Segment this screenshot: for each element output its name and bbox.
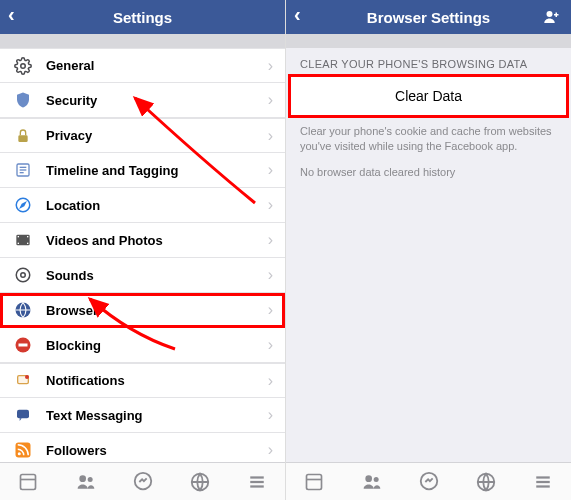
chevron-right-icon: › xyxy=(268,91,273,109)
row-label: Browser xyxy=(46,303,98,318)
row-notifications[interactable]: Notifications › xyxy=(0,363,285,398)
svg-point-38 xyxy=(374,477,379,482)
svg-rect-1 xyxy=(18,135,27,142)
browser-settings-pane: ‹ Browser Settings CLEAR YOUR PHONE'S BR… xyxy=(285,0,571,500)
svg-marker-7 xyxy=(21,203,26,208)
list-icon xyxy=(12,159,34,181)
shield-icon xyxy=(12,89,34,111)
row-label: Sounds xyxy=(46,268,94,283)
chevron-right-icon: › xyxy=(268,231,273,249)
chevron-right-icon: › xyxy=(268,336,273,354)
row-browser[interactable]: Browser › xyxy=(0,293,285,328)
header-title: Settings xyxy=(113,9,172,26)
svg-point-37 xyxy=(365,475,372,482)
gear-icon xyxy=(12,264,34,286)
film-icon xyxy=(12,229,34,251)
chevron-right-icon: › xyxy=(268,266,273,284)
chat-icon xyxy=(12,404,34,426)
subheader-bar xyxy=(286,34,571,48)
clear-data-description: Clear your phone's cookie and cache from… xyxy=(286,116,571,163)
clear-data-label: Clear Data xyxy=(395,88,462,104)
svg-rect-10 xyxy=(18,243,19,244)
row-videos[interactable]: Videos and Photos › xyxy=(0,223,285,258)
svg-point-0 xyxy=(21,63,26,68)
row-label: Privacy xyxy=(46,128,92,143)
back-icon[interactable]: ‹ xyxy=(294,4,301,24)
svg-rect-23 xyxy=(21,474,36,489)
svg-point-32 xyxy=(547,11,553,17)
chevron-right-icon: › xyxy=(268,127,273,145)
row-privacy[interactable]: Privacy › xyxy=(0,118,285,153)
tab-messenger[interactable] xyxy=(132,471,154,493)
chevron-right-icon: › xyxy=(268,161,273,179)
svg-point-25 xyxy=(79,475,86,482)
subheader-bar xyxy=(0,34,285,48)
tab-friends[interactable] xyxy=(74,472,98,492)
row-sounds[interactable]: Sounds › xyxy=(0,258,285,293)
row-location[interactable]: Location › xyxy=(0,188,285,223)
tab-feed[interactable] xyxy=(17,472,39,492)
settings-header: ‹ Settings xyxy=(0,0,285,34)
row-label: Location xyxy=(46,198,100,213)
tab-bar xyxy=(286,462,571,500)
header-title: Browser Settings xyxy=(367,9,490,26)
tab-bar xyxy=(0,462,285,500)
row-label: Notifications xyxy=(46,373,125,388)
row-followers[interactable]: Followers › xyxy=(0,433,285,462)
svg-rect-17 xyxy=(19,344,28,347)
bell-icon xyxy=(12,370,34,392)
row-blocking[interactable]: Blocking › xyxy=(0,328,285,363)
tab-notifications[interactable] xyxy=(189,471,211,493)
lock-icon xyxy=(12,125,34,147)
tab-menu[interactable] xyxy=(532,473,554,491)
rss-icon xyxy=(12,439,34,461)
tab-menu[interactable] xyxy=(246,473,268,491)
compass-icon xyxy=(12,194,34,216)
svg-rect-9 xyxy=(18,236,19,237)
row-label: Blocking xyxy=(46,338,101,353)
svg-point-14 xyxy=(16,268,30,282)
tab-feed[interactable] xyxy=(303,472,325,492)
row-general[interactable]: General › xyxy=(0,48,285,83)
block-icon xyxy=(12,334,34,356)
svg-point-19 xyxy=(25,375,29,379)
clear-data-status: No browser data cleared history xyxy=(286,163,571,188)
row-label: Text Messaging xyxy=(46,408,143,423)
section-header: CLEAR YOUR PHONE'S BROWSING DATA xyxy=(286,48,571,76)
settings-scroll[interactable]: General › Security › Privacy › xyxy=(0,48,285,462)
chevron-right-icon: › xyxy=(268,441,273,459)
svg-rect-35 xyxy=(307,474,322,489)
chevron-right-icon: › xyxy=(268,57,273,75)
row-text-messaging[interactable]: Text Messaging › xyxy=(0,398,285,433)
svg-point-26 xyxy=(88,477,93,482)
tab-friends[interactable] xyxy=(360,472,384,492)
svg-rect-20 xyxy=(17,410,29,419)
svg-point-22 xyxy=(18,452,21,455)
svg-rect-11 xyxy=(27,236,28,237)
row-timeline[interactable]: Timeline and Tagging › xyxy=(0,153,285,188)
row-label: General xyxy=(46,58,94,73)
row-label: Videos and Photos xyxy=(46,233,163,248)
settings-pane: ‹ Settings General › Security › xyxy=(0,0,285,500)
globe-icon xyxy=(12,299,34,321)
row-label: Security xyxy=(46,93,97,108)
clear-data-button[interactable]: Clear Data xyxy=(290,76,567,116)
chevron-right-icon: › xyxy=(268,196,273,214)
svg-rect-12 xyxy=(27,243,28,244)
back-icon[interactable]: ‹ xyxy=(8,4,15,24)
tab-notifications[interactable] xyxy=(475,471,497,493)
chevron-right-icon: › xyxy=(268,406,273,424)
chevron-right-icon: › xyxy=(268,301,273,319)
tab-messenger[interactable] xyxy=(418,471,440,493)
gear-icon xyxy=(12,55,34,77)
row-security[interactable]: Security › xyxy=(0,83,285,118)
svg-point-13 xyxy=(21,273,26,278)
browser-settings-header: ‹ Browser Settings xyxy=(286,0,571,34)
row-label: Followers xyxy=(46,443,107,458)
add-friend-icon[interactable] xyxy=(541,8,561,26)
chevron-right-icon: › xyxy=(268,372,273,390)
row-label: Timeline and Tagging xyxy=(46,163,178,178)
